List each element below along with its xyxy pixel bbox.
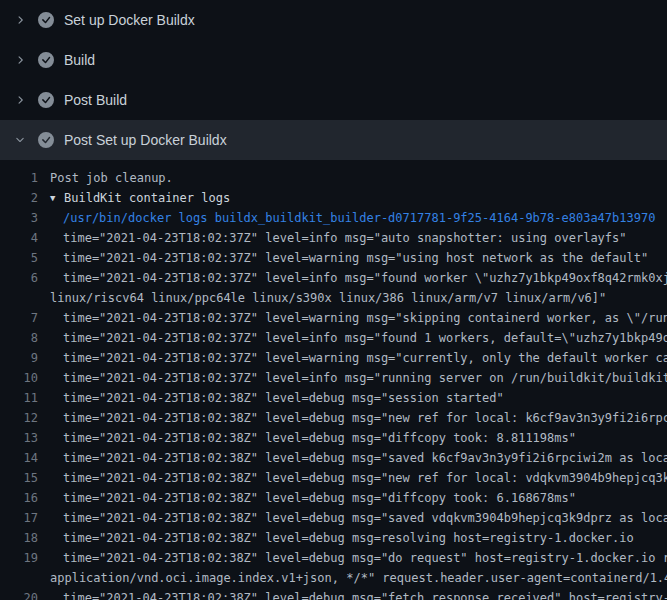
log-line-number[interactable]: 19 (0, 548, 38, 568)
log-message-text: time="2021-04-23T18:02:37Z" level=info m… (63, 328, 667, 348)
log-line-number[interactable]: 16 (0, 488, 38, 508)
log-line-number[interactable]: 8 (0, 328, 38, 348)
check-circle-icon (38, 52, 54, 68)
check-circle-icon (38, 132, 54, 148)
log-message-text: time="2021-04-23T18:02:38Z" level=debug … (63, 408, 667, 428)
log-line: 1Post job cleanup. (0, 168, 667, 188)
log-line-number (0, 288, 38, 308)
log-line: 2▼BuildKit container logs (0, 188, 667, 208)
log-line-number[interactable]: 15 (0, 468, 38, 488)
log-line-number[interactable]: 2 (0, 188, 38, 208)
step-title: Post Build (64, 90, 127, 110)
log-line: 8time="2021-04-23T18:02:37Z" level=info … (0, 328, 667, 348)
log-line-number[interactable]: 13 (0, 428, 38, 448)
chevron-down-icon (12, 132, 28, 148)
log-line-number (0, 568, 38, 588)
log-message-text: time="2021-04-23T18:02:37Z" level=info m… (63, 268, 667, 288)
log-line-number[interactable]: 18 (0, 528, 38, 548)
log-command-text: /usr/bin/docker logs buildx_buildkit_bui… (63, 208, 655, 228)
log-line: 18time="2021-04-23T18:02:38Z" level=debu… (0, 528, 667, 548)
log-message-text: time="2021-04-23T18:02:37Z" level=warnin… (63, 348, 667, 368)
log-line-number[interactable]: 20 (0, 588, 38, 600)
log-message-text: time="2021-04-23T18:02:38Z" level=debug … (63, 428, 576, 448)
log-message-text: time="2021-04-23T18:02:37Z" level=warnin… (63, 248, 648, 268)
log-message-text: Post job cleanup. (50, 168, 173, 188)
check-circle-icon (38, 12, 54, 28)
log-message-text: time="2021-04-23T18:02:38Z" level=debug … (63, 548, 667, 568)
step-title: Post Set up Docker Buildx (64, 130, 227, 150)
step-header-set-up-docker-buildx[interactable]: Set up Docker Buildx (0, 0, 667, 40)
log-line: 9time="2021-04-23T18:02:37Z" level=warni… (0, 348, 667, 368)
log-line: 5time="2021-04-23T18:02:37Z" level=warni… (0, 248, 667, 268)
log-message-text: time="2021-04-23T18:02:38Z" level=debug … (63, 488, 576, 508)
log-line: linux/riscv64 linux/ppc64le linux/s390x … (0, 288, 667, 308)
actions-log-viewer: Set up Docker Buildx Build Post Build (0, 0, 667, 600)
log-line: 11time="2021-04-23T18:02:38Z" level=debu… (0, 388, 667, 408)
log-line: 4time="2021-04-23T18:02:37Z" level=info … (0, 228, 667, 248)
log-message-text: time="2021-04-23T18:02:38Z" level=debug … (63, 588, 667, 600)
log-line: 15time="2021-04-23T18:02:38Z" level=debu… (0, 468, 667, 488)
log-line: 7time="2021-04-23T18:02:37Z" level=warni… (0, 308, 667, 328)
chevron-right-icon (12, 92, 28, 108)
log-line-number[interactable]: 17 (0, 508, 38, 528)
log-message-text: time="2021-04-23T18:02:38Z" level=debug … (63, 448, 667, 468)
log-group-header[interactable]: BuildKit container logs (64, 188, 230, 208)
chevron-right-icon (12, 52, 28, 68)
log-line: 16time="2021-04-23T18:02:38Z" level=debu… (0, 488, 667, 508)
step-header-post-build[interactable]: Post Build (0, 80, 667, 120)
log-line: 17time="2021-04-23T18:02:38Z" level=debu… (0, 508, 667, 528)
step-list: Set up Docker Buildx Build Post Build (0, 0, 667, 160)
step-title: Build (64, 50, 95, 70)
log-line: 6time="2021-04-23T18:02:37Z" level=info … (0, 268, 667, 288)
log-line: 13time="2021-04-23T18:02:38Z" level=debu… (0, 428, 667, 448)
log-line: 20time="2021-04-23T18:02:38Z" level=debu… (0, 588, 667, 600)
log-line-number[interactable]: 10 (0, 368, 38, 388)
log-line-number[interactable]: 1 (0, 168, 38, 188)
group-toggle-icon[interactable]: ▼ (50, 188, 64, 208)
step-title: Set up Docker Buildx (64, 10, 195, 30)
log-message-text: time="2021-04-23T18:02:37Z" level=info m… (63, 368, 667, 388)
log-message-text: time="2021-04-23T18:02:38Z" level=debug … (63, 468, 667, 488)
log-message-text: application/vnd.oci.image.index.v1+json,… (50, 568, 667, 588)
log-line: application/vnd.oci.image.index.v1+json,… (0, 568, 667, 588)
log-line-number[interactable]: 6 (0, 268, 38, 288)
log-line-number[interactable]: 3 (0, 208, 38, 228)
log-line: 3/usr/bin/docker logs buildx_buildkit_bu… (0, 208, 667, 228)
log-line-number[interactable]: 5 (0, 248, 38, 268)
chevron-right-icon (12, 12, 28, 28)
log-message-text: time="2021-04-23T18:02:38Z" level=debug … (63, 388, 504, 408)
log-line-number[interactable]: 7 (0, 308, 38, 328)
log-line: 14time="2021-04-23T18:02:38Z" level=debu… (0, 448, 667, 468)
log-line-number[interactable]: 4 (0, 228, 38, 248)
log-line: 19time="2021-04-23T18:02:38Z" level=debu… (0, 548, 667, 568)
log-message-text: time="2021-04-23T18:02:38Z" level=debug … (63, 508, 667, 528)
log-message-text: linux/riscv64 linux/ppc64le linux/s390x … (50, 288, 606, 308)
log-message-text: time="2021-04-23T18:02:37Z" level=warnin… (63, 308, 667, 328)
log-message-text: time="2021-04-23T18:02:37Z" level=info m… (63, 228, 627, 248)
log-line-number[interactable]: 12 (0, 408, 38, 428)
log-line-number[interactable]: 14 (0, 448, 38, 468)
check-circle-icon (38, 92, 54, 108)
step-header-post-set-up-docker-buildx[interactable]: Post Set up Docker Buildx (0, 120, 667, 160)
log-line: 10time="2021-04-23T18:02:37Z" level=info… (0, 368, 667, 388)
log-message-text: time="2021-04-23T18:02:38Z" level=debug … (63, 528, 634, 548)
log-line: 12time="2021-04-23T18:02:38Z" level=debu… (0, 408, 667, 428)
log-output: 1Post job cleanup.2▼BuildKit container l… (0, 160, 667, 600)
log-line-number[interactable]: 11 (0, 388, 38, 408)
log-line-number[interactable]: 9 (0, 348, 38, 368)
step-header-build[interactable]: Build (0, 40, 667, 80)
